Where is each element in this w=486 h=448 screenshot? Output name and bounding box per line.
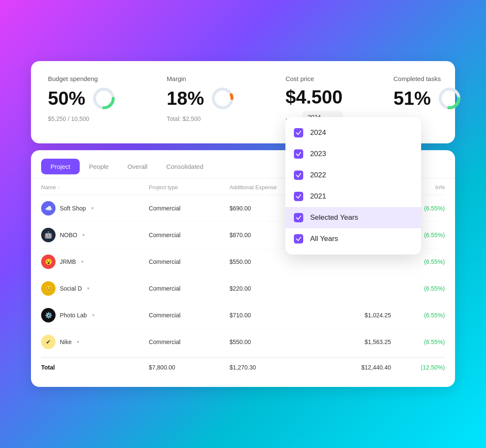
cell-cost-nike: $1,563.25 <box>310 339 391 345</box>
completed-tasks-donut <box>438 87 461 110</box>
project-name-nobo: NOBO <box>60 232 77 238</box>
tab-project[interactable]: Project <box>41 159 80 174</box>
project-name-jrmb: JRMB <box>60 258 76 265</box>
tab-consolidated[interactable]: Consolidated <box>157 159 213 178</box>
cell-name-photolab: ⚙️ Photo Lab ▾ <box>41 308 149 322</box>
cell-type-nike: Commercial <box>149 339 229 345</box>
cell-type-nobo: Commercial <box>149 232 229 238</box>
cost-price-area: Cost price $4.500 Year 2024, All... 2024 <box>285 75 343 130</box>
stats-card: Budget spendeng 50% $5,250 / 10,500 Marg… <box>31 61 455 143</box>
margin-sub: Total: $2,500 <box>167 115 235 122</box>
completed-tasks-value: 51% <box>394 88 431 109</box>
avatar-softshop: ☁️ <box>41 201 56 216</box>
cell-type-softshop: Commercial <box>149 205 229 212</box>
total-in-pct: (12.50%) <box>391 364 445 371</box>
cost-price-stat: Cost price $4.500 <box>285 75 343 108</box>
cell-expense-sociald: $220.00 <box>229 285 310 292</box>
cell-type-photolab: Commercial <box>149 312 229 319</box>
dropdown-item-2021[interactable]: 2021 <box>285 186 421 207</box>
cell-type-jrmb: Commercial <box>149 258 229 265</box>
expand-icon-nobo[interactable]: ▾ <box>82 232 85 238</box>
total-row: Total $7,800.00 $1,270.30 $12,440.40 (12… <box>41 357 445 377</box>
th-name-label: Name <box>41 184 56 190</box>
year-dropdown: 2024 2023 2022 <box>285 117 421 255</box>
avatar-sociald: 😊 <box>41 281 56 296</box>
avatar-nobo: 🤖 <box>41 228 56 242</box>
table-row: ✔ Nike ▾ Commercial $550.00 $1,563.25 (6… <box>41 329 445 356</box>
cell-type-sociald: Commercial <box>149 285 229 292</box>
cell-name-sociald: 😊 Social D ▾ <box>41 281 149 296</box>
expand-icon-nike[interactable]: ▾ <box>77 339 79 345</box>
dropdown-item-all-years[interactable]: All Years <box>285 228 421 249</box>
total-extra: $1,270.30 <box>229 364 310 371</box>
total-additional-expense: $7,800.00 <box>149 364 229 371</box>
cell-pct-photolab: (6.55%) <box>391 312 445 319</box>
dropdown-label-2023: 2023 <box>310 150 326 158</box>
table-row: ⚙️ Photo Lab ▾ Commercial $710.00 $1,024… <box>41 302 445 329</box>
th-name: Name ↑ <box>41 184 149 190</box>
checkbox-selected-years[interactable] <box>294 213 303 222</box>
expand-icon-photolab[interactable]: ▾ <box>92 312 95 318</box>
dropdown-item-2024[interactable]: 2024 <box>285 122 421 143</box>
project-name-photolab: Photo Lab <box>60 312 87 319</box>
margin-label: Margin <box>167 75 235 83</box>
dropdown-label-all-years: All Years <box>310 235 338 243</box>
cell-name-jrmb: 😮 JRMB ▾ <box>41 255 149 269</box>
cost-price-value: $4.500 <box>285 87 343 108</box>
tab-people[interactable]: People <box>80 159 118 178</box>
sort-arrow-icon[interactable]: ↑ <box>58 185 60 190</box>
checkbox-2021[interactable] <box>294 192 303 201</box>
tab-overall[interactable]: Overall <box>118 159 157 178</box>
cell-cost-photolab: $1,024.25 <box>310 312 391 319</box>
dropdown-item-2023[interactable]: 2023 <box>285 143 421 165</box>
cell-expense-photolab: $710.00 <box>229 312 310 319</box>
cell-pct-nike: (6.55%) <box>391 339 445 345</box>
completed-tasks-label: Completed tasks <box>394 75 461 83</box>
cell-expense-jrmb: $550.00 <box>229 258 310 265</box>
checkbox-2024[interactable] <box>294 128 303 137</box>
cell-pct-sociald: (6.55%) <box>391 285 445 292</box>
cost-price-label: Cost price <box>285 75 343 83</box>
total-label: Total <box>41 364 149 371</box>
dropdown-label-2022: 2022 <box>310 171 326 179</box>
th-project-type: Project type <box>149 184 229 190</box>
budget-stat: Budget spendeng 50% $5,250 / 10,500 <box>48 75 116 122</box>
cell-name-nobo: 🤖 NOBO ▾ <box>41 228 149 242</box>
expand-icon-sociald[interactable]: ▾ <box>87 286 89 291</box>
completed-tasks-stat: Completed tasks 51% <box>394 75 461 110</box>
checkbox-2022[interactable] <box>294 171 303 180</box>
budget-value: 50% <box>48 88 85 109</box>
cell-pct-jrmb: (6.55%) <box>391 258 445 265</box>
budget-donut <box>92 87 116 110</box>
checkbox-all-years[interactable] <box>294 234 303 244</box>
checkbox-2023[interactable] <box>294 149 303 159</box>
dropdown-item-2022[interactable]: 2022 <box>285 165 421 186</box>
dropdown-item-selected-years[interactable]: Selected Years <box>285 207 421 228</box>
total-cost-price: $12,440.40 <box>310 364 391 371</box>
dropdown-label-2021: 2021 <box>310 192 326 201</box>
table-row: 😊 Social D ▾ Commercial $220.00 (6.55%) <box>41 275 445 302</box>
budget-sub: $5,250 / 10,500 <box>48 115 116 122</box>
expand-icon-softshop[interactable]: ▾ <box>91 205 94 211</box>
avatar-jrmb: 😮 <box>41 255 56 269</box>
cell-name-nike: ✔ Nike ▾ <box>41 335 149 349</box>
avatar-nike: ✔ <box>41 335 56 349</box>
budget-label: Budget spendeng <box>48 75 116 83</box>
dropdown-label-selected-years: Selected Years <box>310 213 358 222</box>
avatar-photolab: ⚙️ <box>41 308 56 322</box>
project-name-softshop: Soft Shop <box>60 205 86 212</box>
margin-donut <box>211 87 235 110</box>
expand-icon-jrmb[interactable]: ▾ <box>81 259 84 265</box>
dropdown-label-2024: 2024 <box>310 129 326 137</box>
margin-stat: Margin 18% Total: $2,500 <box>167 75 235 122</box>
svg-point-2 <box>213 89 232 108</box>
cell-name-softshop: ☁️ Soft Shop ▾ <box>41 201 149 216</box>
cell-expense-nike: $550.00 <box>229 339 310 345</box>
project-name-sociald: Social D <box>60 285 82 292</box>
project-name-nike: Nike <box>60 339 72 345</box>
margin-value: 18% <box>167 88 204 109</box>
